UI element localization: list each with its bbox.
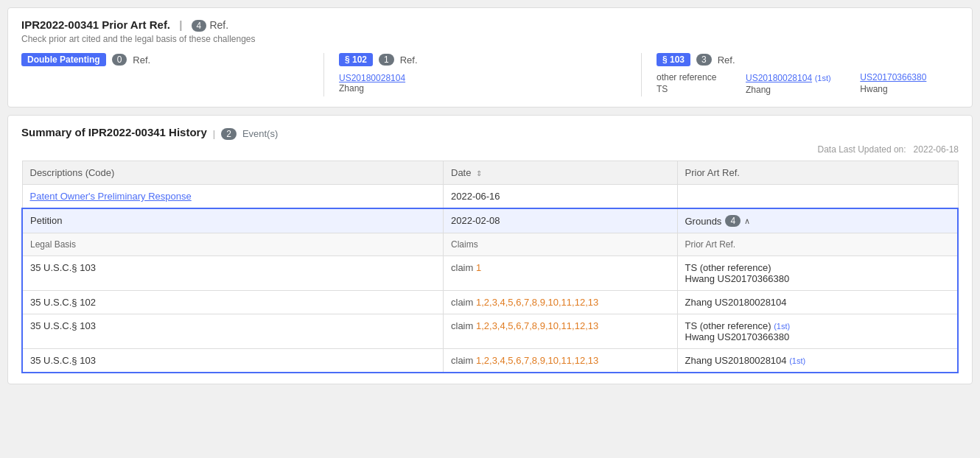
total-ref-count: 4: [192, 20, 207, 32]
sort-icon[interactable]: ⇕: [476, 169, 482, 177]
section-header-103: § 103 3 Ref.: [657, 53, 944, 66]
section-103: § 103 3 Ref. other reference TS US201800…: [642, 53, 959, 96]
petition-row: Petition 2022-02-08 Grounds 4 ∧: [22, 208, 958, 233]
table-row: 35 U.S.C.§ 103 claim 1 TS (other referen…: [22, 256, 958, 291]
sub3-legal-basis: 35 U.S.C.§ 103: [22, 314, 444, 349]
sub1-prior-art-line2: Hwang US20170366380: [685, 273, 951, 284]
sub-col-legal-basis: Legal Basis: [22, 233, 444, 256]
grounds-badge: Grounds 4 ∧: [685, 215, 751, 227]
sub1-legal-basis: 35 U.S.C.§ 103: [22, 256, 444, 291]
sub4-rank: (1st): [789, 356, 805, 365]
prior-art-title-text: IPR2022-00341 Prior Art Ref.: [21, 18, 170, 31]
grounds-count: 4: [725, 215, 741, 227]
sub-header-row: Legal Basis Claims Prior Art Ref.: [22, 233, 958, 256]
sub3-pa-line1: TS (other reference) (1st): [685, 320, 951, 331]
petition-description: Petition: [22, 208, 444, 233]
section-102: § 102 1 Ref. US20180028104 Zhang: [324, 53, 642, 96]
col-description: Descriptions (Code): [22, 161, 444, 185]
data-updated-label: Data Last Updated on:: [818, 144, 906, 155]
table-row: 35 U.S.C.§ 103 claim 1,2,3,4,5,6,7,8,9,1…: [22, 349, 958, 373]
sub2-legal-basis: 35 U.S.C.§ 102: [22, 291, 444, 314]
history-card: Summary of IPR2022-00341 History | 2 Eve…: [7, 115, 973, 384]
103-zhang-name: Zhang: [746, 85, 848, 95]
table-row: 35 U.S.C.§ 103 claim 1,2,3,4,5,6,7,8,9,1…: [22, 314, 958, 349]
chevron-up-icon[interactable]: ∧: [744, 216, 750, 226]
row1-date: 2022-06-16: [444, 185, 678, 209]
103-ref-ts: TS: [657, 84, 734, 94]
sub2-prior-art: Zhang US20180028104: [677, 291, 958, 314]
row1-prior-art: [677, 185, 958, 209]
row1-description: Patent Owner's Preliminary Response: [22, 185, 444, 209]
dp-ref-count: 0: [112, 54, 127, 66]
data-updated-value: 2022-06-18: [914, 144, 959, 155]
section-header-dp: Double Patenting 0 Ref.: [21, 53, 309, 66]
history-divider: |: [213, 128, 215, 139]
103-zhang-rank: (1st): [815, 74, 831, 82]
103-ref-col-2: US20170366380 Hwang: [860, 72, 944, 94]
sub3-claims-num: 1,2,3,4,5,6,7,8,9,10,11,12,13: [476, 320, 598, 331]
sub-col-claims: Claims: [444, 233, 678, 256]
history-event-count: 2: [221, 128, 237, 140]
sub3-rank: (1st): [774, 322, 790, 331]
col-prior-art: Prior Art Ref.: [677, 161, 958, 185]
103-ref-count: 3: [696, 54, 712, 66]
103-ref-other-ref: other reference: [657, 72, 734, 82]
prior-art-subtitle: Check prior art cited and the legal basi…: [21, 34, 959, 44]
sub2-claims: claim 1,2,3,4,5,6,7,8,9,10,11,12,13: [444, 291, 678, 314]
petition-date: 2022-02-08: [444, 208, 678, 233]
badge-103: § 103: [657, 53, 690, 66]
badge-102: § 102: [339, 53, 373, 66]
history-table: Descriptions (Code) Date ⇕ Prior Art Ref…: [21, 161, 959, 373]
sub-col-prior-art: Prior Art Ref.: [677, 233, 958, 256]
102-ref-count: 1: [379, 54, 394, 66]
sub3-claims: claim 1,2,3,4,5,6,7,8,9,10,11,12,13: [444, 314, 678, 349]
sub4-claims: claim 1,2,3,4,5,6,7,8,9,10,11,12,13: [444, 349, 678, 373]
table-row: Patent Owner's Preliminary Response 2022…: [22, 185, 958, 209]
102-ref-label: Ref.: [400, 54, 418, 66]
ref-link-us20180028104-102[interactable]: US20180028104: [339, 73, 405, 83]
prior-art-sections: Double Patenting 0 Ref. § 102 1 Ref. US2…: [21, 53, 959, 96]
sub4-claims-num: 1,2,3,4,5,6,7,8,9,10,11,12,13: [476, 355, 598, 366]
sub4-legal-basis: 35 U.S.C.§ 103: [22, 349, 444, 373]
prior-art-title: IPR2022-00341 Prior Art Ref. | 4 Ref.: [21, 18, 959, 31]
ref-item-102-0: US20180028104 Zhang: [339, 72, 626, 94]
dp-ref-label: Ref.: [133, 54, 150, 66]
badge-double-patenting: Double Patenting: [21, 53, 106, 66]
divider: |: [179, 18, 182, 31]
col-date: Date ⇕: [444, 161, 678, 185]
sub2-claims-num: 1,2,3,4,5,6,7,8,9,10,11,12,13: [476, 297, 598, 308]
table-row: 35 U.S.C.§ 102 claim 1,2,3,4,5,6,7,8,9,1…: [22, 291, 958, 314]
section-double-patenting: Double Patenting 0 Ref.: [21, 53, 324, 96]
ref-name-zhang-102: Zhang: [339, 83, 626, 94]
103-ref-grid: other reference TS US20180028104 (1st) Z…: [657, 72, 944, 95]
103-ref-col-0: other reference TS: [657, 72, 734, 94]
103-ref-label: Ref.: [718, 54, 735, 66]
sub3-pa-line2: Hwang US20170366380: [685, 331, 951, 342]
sub1-claims-num: 1: [476, 262, 481, 273]
prior-art-card: IPR2022-00341 Prior Art Ref. | 4 Ref. Ch…: [7, 7, 973, 108]
ref-link-us20180028104-103[interactable]: US20180028104: [746, 73, 812, 83]
sub1-prior-art: TS (other reference) Hwang US20170366380: [677, 256, 958, 291]
103-hwang-name: Hwang: [860, 84, 944, 94]
section-header-102: § 102 1 Ref.: [339, 53, 626, 66]
ref-link-us20170366380[interactable]: US20170366380: [860, 72, 944, 82]
col-date-label: Date: [451, 167, 471, 178]
sub1-claims: claim 1: [444, 256, 678, 291]
data-updated: Data Last Updated on: 2022-06-18: [21, 144, 959, 155]
petition-label: Petition: [30, 215, 62, 226]
103-ref-col-1: US20180028104 (1st) Zhang: [746, 72, 848, 95]
petition-grounds: Grounds 4 ∧: [677, 208, 958, 233]
sub3-prior-art: TS (other reference) (1st) Hwang US20170…: [677, 314, 958, 349]
sub4-prior-art: Zhang US20180028104 (1st): [677, 349, 958, 373]
history-event-label: Event(s): [242, 128, 278, 139]
sub1-prior-art-line1: TS (other reference): [685, 262, 951, 273]
prelim-response-link[interactable]: Patent Owner's Preliminary Response: [30, 191, 192, 202]
history-title: Summary of IPR2022-00341 History: [21, 126, 207, 138]
total-ref-label: Ref.: [209, 19, 228, 31]
history-table-header: Descriptions (Code) Date ⇕ Prior Art Ref…: [22, 161, 958, 185]
